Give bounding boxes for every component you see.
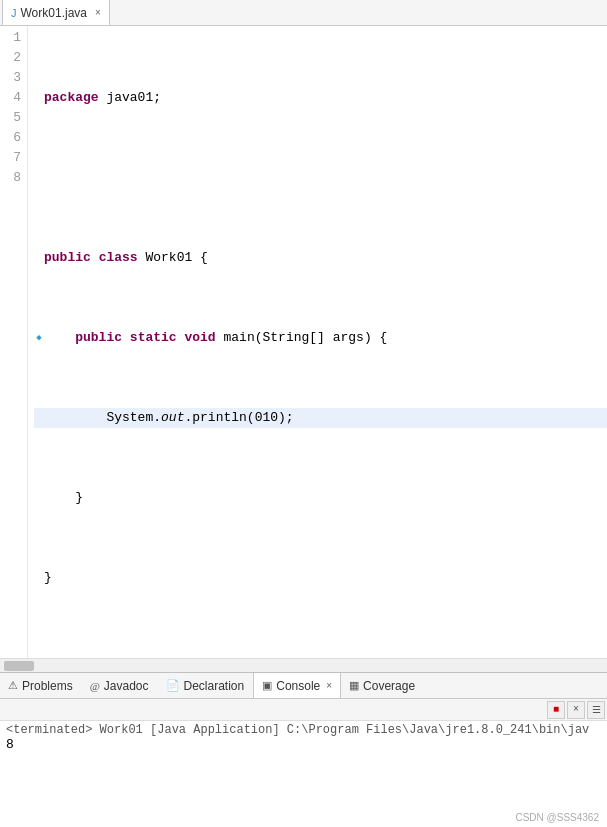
tab-coverage[interactable]: ▦ Coverage <box>341 673 424 698</box>
tab-console[interactable]: ▣ Console × <box>253 673 341 698</box>
line-5-code: System.out.println(010); <box>44 408 294 428</box>
line-4-code: public static void main(String[] args) { <box>44 328 387 348</box>
line-num-5: 5 <box>4 108 21 128</box>
code-line-8 <box>34 648 607 658</box>
line-num-3: 3 <box>4 68 21 88</box>
javadoc-icon: @ <box>90 680 100 692</box>
tab-close-icon[interactable]: × <box>95 7 101 18</box>
tab-problems[interactable]: ⚠ Problems <box>0 673 82 698</box>
code-line-4: ◆ public static void main(String[] args)… <box>34 328 607 348</box>
tab-javadoc[interactable]: @ Javadoc <box>82 673 158 698</box>
editor-tab[interactable]: J Work01.java × <box>2 0 110 25</box>
line-8-code <box>44 648 52 658</box>
declaration-icon: 📄 <box>166 679 180 692</box>
line-3-code: public class Work01 { <box>44 248 208 268</box>
tab-coverage-label: Coverage <box>363 679 415 693</box>
code-line-1: package java01; <box>34 88 607 108</box>
console-toolbar: ■ × ☰ <box>0 699 607 721</box>
line-num-4: 4 <box>4 88 21 108</box>
editor-tab-bar: J Work01.java × <box>0 0 607 26</box>
problems-icon: ⚠ <box>8 679 18 692</box>
line-numbers: 1 2 3 4 5 6 7 8 <box>0 26 28 658</box>
line-4-marker: ◆ <box>34 328 44 348</box>
line-7-code: } <box>44 568 52 588</box>
console-terminated-line: <terminated> Work01 [Java Application] C… <box>6 723 601 737</box>
bottom-panel: ⚠ Problems @ Javadoc 📄 Declaration ▣ Con… <box>0 672 607 827</box>
close-console-icon: × <box>573 704 579 715</box>
console-close-icon[interactable]: × <box>326 680 332 691</box>
watermark: CSDN @SSS4362 <box>515 812 599 823</box>
code-line-2 <box>34 168 607 188</box>
tab-label: Work01.java <box>21 6 87 20</box>
tab-declaration-label: Declaration <box>184 679 245 693</box>
tab-console-label: Console <box>276 679 320 693</box>
line-num-8: 8 <box>4 168 21 188</box>
line-num-1: 1 <box>4 28 21 48</box>
h-scrollbar[interactable] <box>0 658 607 672</box>
line-6-code: } <box>44 488 83 508</box>
code-editor[interactable]: package java01; public class Work01 { ◆ … <box>28 26 607 658</box>
stop-button[interactable]: ■ <box>547 701 565 719</box>
line-2-code <box>44 168 52 188</box>
stop-icon: ■ <box>553 704 559 715</box>
code-line-6: } <box>34 488 607 508</box>
code-line-5: System.out.println(010); <box>34 408 607 428</box>
code-line-3: public class Work01 { <box>34 248 607 268</box>
h-scroll-thumb[interactable] <box>4 661 34 671</box>
line-num-6: 6 <box>4 128 21 148</box>
line-num-7: 7 <box>4 148 21 168</box>
console-icon: ▣ <box>262 679 272 692</box>
coverage-icon: ▦ <box>349 679 359 692</box>
code-line-7: } <box>34 568 607 588</box>
bottom-tab-bar: ⚠ Problems @ Javadoc 📄 Declaration ▣ Con… <box>0 673 607 699</box>
tab-problems-label: Problems <box>22 679 73 693</box>
line-num-2: 2 <box>4 48 21 68</box>
menu-button[interactable]: ☰ <box>587 701 605 719</box>
code-container[interactable]: 1 2 3 4 5 6 7 8 package java01; p <box>0 26 607 658</box>
close-console-button[interactable]: × <box>567 701 585 719</box>
console-output-line: 8 <box>6 737 601 752</box>
line-1-code: package java01; <box>44 88 161 108</box>
menu-icon: ☰ <box>592 704 601 716</box>
tab-declaration[interactable]: 📄 Declaration <box>158 673 254 698</box>
file-icon: J <box>11 7 17 19</box>
tab-javadoc-label: Javadoc <box>104 679 149 693</box>
editor-area: 1 2 3 4 5 6 7 8 package java01; p <box>0 26 607 672</box>
